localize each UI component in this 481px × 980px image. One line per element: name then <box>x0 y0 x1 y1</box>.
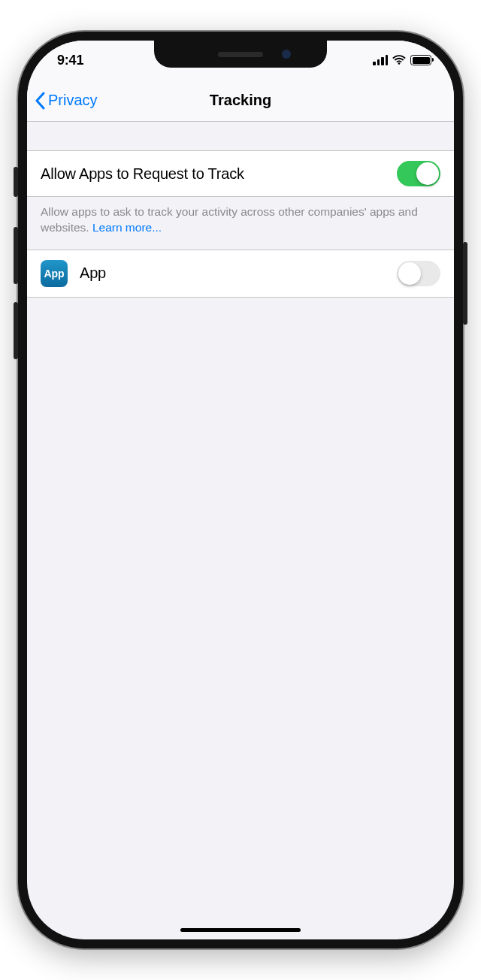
allow-tracking-description: Allow apps to ask to track your activity… <box>27 197 454 250</box>
volume-down-button <box>14 302 18 359</box>
cellular-signal-icon <box>373 55 388 65</box>
front-camera <box>282 50 291 59</box>
app-cell-left: App App <box>41 260 106 287</box>
side-button <box>463 242 467 325</box>
allow-tracking-label: Allow Apps to Request to Track <box>41 165 244 183</box>
app-name-label: App <box>80 265 106 282</box>
app-icon: App <box>41 260 68 287</box>
chevron-left-icon <box>35 92 45 110</box>
wifi-icon <box>392 55 406 65</box>
battery-icon <box>410 55 431 65</box>
volume-up-button <box>14 227 18 284</box>
toggle-knob <box>416 162 439 185</box>
navigation-bar: Privacy Tracking <box>27 80 454 122</box>
back-label: Privacy <box>48 92 98 109</box>
back-button[interactable]: Privacy <box>27 92 98 110</box>
app-tracking-cell: App App <box>27 250 454 298</box>
home-indicator[interactable] <box>180 928 301 932</box>
screen: 9:41 Privacy Tracking <box>27 41 454 939</box>
allow-tracking-cell: Allow Apps to Request to Track <box>27 150 454 197</box>
app-tracking-toggle[interactable] <box>397 261 440 286</box>
learn-more-link[interactable]: Learn more... <box>92 221 162 234</box>
status-time: 9:41 <box>57 53 83 68</box>
mute-switch <box>14 167 18 197</box>
allow-tracking-toggle[interactable] <box>397 161 440 186</box>
settings-content: Allow Apps to Request to Track Allow app… <box>27 122 454 298</box>
notch <box>154 41 327 68</box>
speaker <box>218 52 263 57</box>
phone-frame: 9:41 Privacy Tracking <box>18 32 463 948</box>
toggle-knob <box>398 262 421 285</box>
status-icons <box>373 55 431 65</box>
